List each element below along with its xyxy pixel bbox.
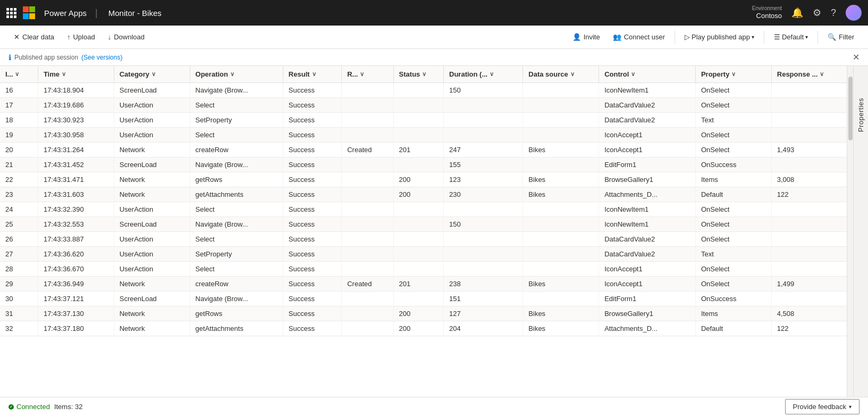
table-row[interactable]: 2317:43:31.603NetworkgetAttachmentsSucce…	[0, 187, 847, 202]
scrollbar-thumb[interactable]	[848, 77, 853, 140]
table-row[interactable]: 2817:43:36.670UserActionSelectSuccessIco…	[0, 262, 847, 277]
see-versions-link[interactable]: (See versions)	[81, 54, 122, 61]
table-cell: 1,493	[771, 143, 847, 157]
table-cell: 3,008	[771, 172, 847, 187]
table-cell: Success	[283, 128, 341, 143]
table-cell: 16	[0, 83, 38, 98]
help-icon[interactable]: ?	[831, 7, 836, 19]
col-r[interactable]: R...∨	[342, 66, 393, 83]
table-cell	[771, 292, 847, 306]
table-container[interactable]: I...∨ Time∨ Category∨ Operation∨ Result∨	[0, 66, 847, 397]
table-cell: 127	[444, 306, 523, 321]
table-cell: Network	[114, 143, 190, 157]
table-row[interactable]: 2517:43:32.553ScreenLoadNavigate (Brow..…	[0, 217, 847, 232]
invite-button[interactable]: 👤 Invite	[567, 30, 605, 44]
table-cell: 19	[0, 128, 38, 143]
table-cell	[771, 157, 847, 172]
table-cell: Bikes	[523, 187, 599, 202]
table-cell	[342, 187, 393, 202]
table-cell: Success	[283, 306, 341, 321]
table-row[interactable]: 1717:43:19.686UserActionSelectSuccessDat…	[0, 98, 847, 113]
table-row[interactable]: 3217:43:37.180NetworkgetAttachmentsSucce…	[0, 321, 847, 336]
col-time[interactable]: Time∨	[38, 66, 114, 83]
table-row[interactable]: 2417:43:32.390UserActionSelectSuccessIco…	[0, 202, 847, 217]
col-id-label: I...	[5, 70, 13, 78]
environment-name: Contoso	[756, 12, 782, 20]
statusbar: ✓ Connected Items: 32 Provide feedback ▾	[0, 397, 868, 416]
provide-feedback-button[interactable]: Provide feedback ▾	[785, 399, 859, 414]
table-cell: Text	[695, 247, 771, 262]
table-row[interactable]: 2917:43:36.949NetworkcreateRowSuccessCre…	[0, 277, 847, 292]
settings-icon[interactable]: ⚙	[813, 7, 821, 19]
table-cell: Bikes	[523, 172, 599, 187]
invite-icon: 👤	[572, 33, 581, 41]
table-cell: Bikes	[523, 143, 599, 157]
notification-icon[interactable]: 🔔	[791, 7, 803, 19]
table-cell	[444, 247, 523, 262]
col-property[interactable]: Property∨	[695, 66, 771, 83]
col-category-label: Category	[120, 70, 149, 78]
play-published-app-button[interactable]: ▷ Play published app ▾	[679, 30, 760, 44]
close-infobar-button[interactable]: ✕	[853, 52, 859, 62]
status-dot: ✓	[9, 404, 14, 410]
table-cell: Success	[283, 157, 341, 172]
table-row[interactable]: 1917:43:30.958UserActionSelectSuccessIco…	[0, 128, 847, 143]
col-id[interactable]: I...∨	[0, 66, 38, 83]
waffle-icon[interactable]	[6, 8, 16, 18]
table-cell	[523, 262, 599, 277]
table-row[interactable]: 2617:43:33.887UserActionSelectSuccessDat…	[0, 232, 847, 247]
col-response[interactable]: Response ...∨	[771, 66, 847, 83]
col-operation[interactable]: Operation∨	[190, 66, 283, 83]
table-row[interactable]: 1617:43:18.904ScreenLoadNavigate (Brow..…	[0, 83, 847, 98]
filter-button[interactable]: 🔍 Filter	[822, 30, 859, 44]
data-table: I...∨ Time∨ Category∨ Operation∨ Result∨	[0, 66, 847, 336]
download-button[interactable]: ↓ Download	[103, 30, 150, 44]
vertical-scrollbar[interactable]	[847, 66, 853, 397]
col-category[interactable]: Category∨	[114, 66, 190, 83]
upload-label: Upload	[73, 33, 95, 41]
avatar[interactable]	[846, 5, 862, 21]
table-row[interactable]: 2017:43:31.264NetworkcreateRowSuccessCre…	[0, 143, 847, 157]
table-row[interactable]: 1817:43:30.923UserActionSetPropertySucce…	[0, 113, 847, 128]
table-row[interactable]: 3117:43:37.130NetworkgetRowsSuccess20012…	[0, 306, 847, 321]
table-cell: IconAccept1	[599, 143, 696, 157]
check-icon: ✓	[10, 405, 13, 409]
table-cell: 17:43:37.130	[38, 306, 114, 321]
table-cell: 155	[444, 157, 523, 172]
table-cell: Network	[114, 306, 190, 321]
col-control[interactable]: Control∨	[599, 66, 696, 83]
clear-data-button[interactable]: ✕ Clear data	[9, 30, 60, 44]
col-duration[interactable]: Duration (...∨	[444, 66, 523, 83]
toolbar: ✕ Clear data ↑ Upload ↓ Download 👤 Invit…	[0, 26, 868, 49]
connect-user-button[interactable]: 👥 Connect user	[608, 30, 670, 44]
table-cell: Success	[283, 143, 341, 157]
table-cell: BrowseGallery1	[599, 306, 696, 321]
table-cell: 32	[0, 321, 38, 336]
properties-panel[interactable]: Properties	[853, 66, 868, 397]
table-row[interactable]: 2217:43:31.471NetworkgetRowsSuccess20012…	[0, 172, 847, 187]
table-cell	[771, 232, 847, 247]
col-result[interactable]: Result∨	[283, 66, 341, 83]
table-cell	[393, 262, 443, 277]
table-cell: 31	[0, 306, 38, 321]
table-cell: Success	[283, 83, 341, 98]
col-status[interactable]: Status∨	[393, 66, 443, 83]
table-cell	[393, 157, 443, 172]
table-cell: OnSelect	[695, 262, 771, 277]
table-cell: Success	[283, 292, 341, 306]
table-row[interactable]: 3017:43:37.121ScreenLoadNavigate (Brow..…	[0, 292, 847, 306]
table-cell: Success	[283, 262, 341, 277]
table-cell	[523, 247, 599, 262]
col-datasource[interactable]: Data source∨	[523, 66, 599, 83]
upload-button[interactable]: ↑ Upload	[62, 30, 100, 44]
table-cell	[393, 98, 443, 113]
table-cell: Bikes	[523, 321, 599, 336]
sort-icon-duration: ∨	[490, 71, 494, 78]
default-button[interactable]: ☰ Default ▾	[769, 30, 813, 44]
table-cell: Success	[283, 277, 341, 292]
table-row[interactable]: 2717:43:36.620UserActionSetPropertySucce…	[0, 247, 847, 262]
table-cell: 17:43:32.553	[38, 217, 114, 232]
table-row[interactable]: 2117:43:31.452ScreenLoadNavigate (Brow..…	[0, 157, 847, 172]
main-area: I...∨ Time∨ Category∨ Operation∨ Result∨	[0, 66, 868, 397]
table-cell	[393, 232, 443, 247]
